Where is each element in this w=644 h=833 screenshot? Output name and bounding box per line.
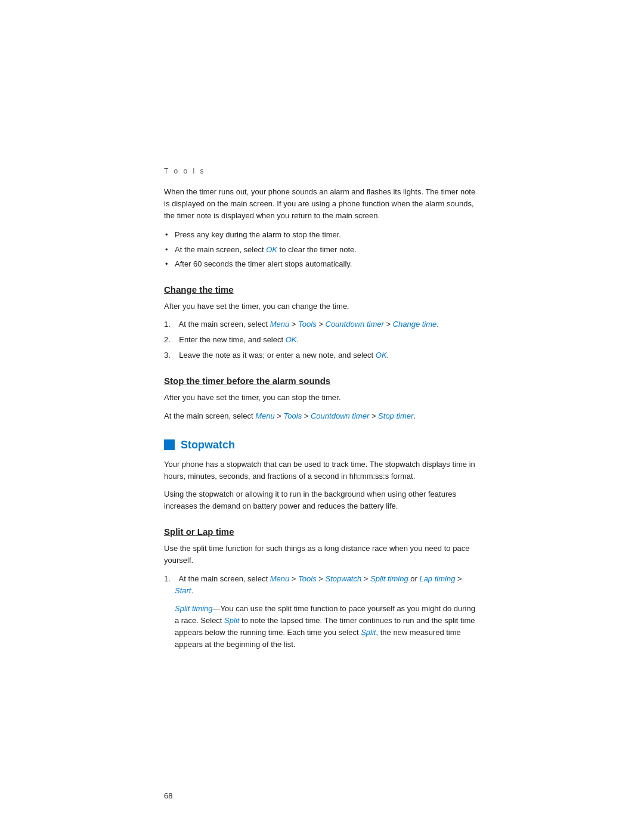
stopwatch-heading: Stopwatch xyxy=(181,439,235,451)
split-lap-heading: Split or Lap time xyxy=(164,527,480,537)
split-timing-link-2[interactable]: Split timing xyxy=(175,604,213,613)
intro-paragraph: When the timer runs out, your phone soun… xyxy=(164,186,480,222)
split-timing-link-1[interactable]: Split timing xyxy=(370,574,408,583)
split-link-1[interactable]: Split xyxy=(224,616,239,625)
split-timing-block: Split timing—You can use the split time … xyxy=(175,603,480,651)
bullet-list: Press any key during the alarm to stop t… xyxy=(164,229,480,270)
stopwatch-link[interactable]: Stopwatch xyxy=(326,574,362,583)
blue-square-icon xyxy=(164,439,175,450)
menu-link-1[interactable]: Menu xyxy=(270,320,290,329)
split-timing-description: Split timing—You can use the split time … xyxy=(175,603,480,651)
stop-timer-heading: Stop the timer before the alarm sounds xyxy=(164,376,480,386)
bullet-item-2: At the main screen, select OK to clear t… xyxy=(164,244,480,256)
change-time-step-3: 3. Leave the note as it was; or enter a … xyxy=(164,349,480,361)
split-link-2[interactable]: Split xyxy=(361,628,376,637)
ok-link-2[interactable]: OK xyxy=(286,335,297,344)
menu-link-2[interactable]: Menu xyxy=(255,411,275,420)
change-time-body: After you have set the timer, you can ch… xyxy=(164,301,480,312)
countdown-timer-link-1[interactable]: Countdown timer xyxy=(326,320,384,329)
menu-link-3[interactable]: Menu xyxy=(270,574,290,583)
countdown-timer-link-2[interactable]: Countdown timer xyxy=(311,411,369,420)
tools-link-2[interactable]: Tools xyxy=(284,411,302,420)
bullet-item-1: Press any key during the alarm to stop t… xyxy=(164,229,480,241)
change-time-link[interactable]: Change time xyxy=(393,320,437,329)
lap-timing-link[interactable]: Lap timing xyxy=(419,574,455,583)
ok-link-1[interactable]: OK xyxy=(266,245,277,254)
stopwatch-para-1: Your phone has a stopwatch that can be u… xyxy=(164,459,480,482)
stop-timer-link[interactable]: Stop timer xyxy=(378,411,413,420)
change-time-step-2: 2. Enter the new time, and select OK. xyxy=(164,334,480,346)
stopwatch-para-2: Using the stopwatch or allowing it to ru… xyxy=(164,488,480,512)
stop-timer-instruction: At the main screen, select Menu > Tools … xyxy=(164,410,480,422)
split-lap-steps: 1. At the main screen, select Menu > Too… xyxy=(164,573,480,597)
bullet-item-3: After 60 seconds the timer alert stops a… xyxy=(164,258,480,270)
stopwatch-heading-row: Stopwatch xyxy=(164,439,480,451)
change-time-heading: Change the time xyxy=(164,284,480,295)
section-label: T o o l s xyxy=(164,167,480,175)
change-time-steps: 1. At the main screen, select Menu > Too… xyxy=(164,318,480,361)
split-lap-step-1: 1. At the main screen, select Menu > Too… xyxy=(164,573,480,597)
stop-timer-body: After you have set the timer, you can st… xyxy=(164,392,480,404)
change-time-step-1: 1. At the main screen, select Menu > Too… xyxy=(164,318,480,330)
ok-link-3[interactable]: OK xyxy=(376,351,387,360)
page-number: 68 xyxy=(164,791,172,800)
tools-link-1[interactable]: Tools xyxy=(298,320,317,329)
tools-link-3[interactable]: Tools xyxy=(298,574,317,583)
start-link[interactable]: Start xyxy=(175,586,191,595)
split-lap-body: Use the split time function for such thi… xyxy=(164,543,480,566)
